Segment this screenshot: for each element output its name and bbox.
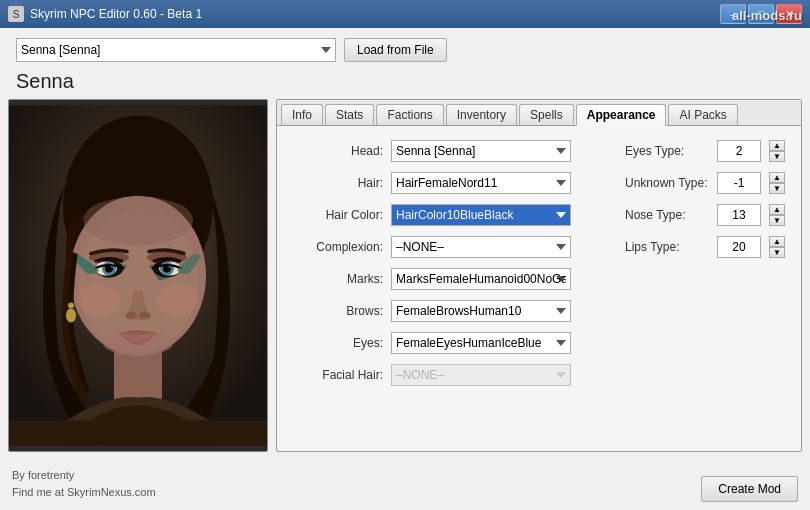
eyes-label: Eyes: — [293, 336, 383, 350]
lips-type-input[interactable] — [717, 236, 761, 258]
facial-hair-label: Facial Hair: — [293, 368, 383, 382]
eyes-row: Eyes: FemaleEyesHumanIceBlue — [293, 332, 625, 354]
unknown-type-spinner: ▲ ▼ — [769, 172, 785, 194]
content-area: Info Stats Factions Inventory Spells App… — [0, 99, 810, 460]
unknown-type-row: Unknown Type: ▲ ▼ — [625, 172, 785, 194]
nose-type-down[interactable]: ▼ — [769, 215, 785, 226]
top-bar: Senna [Senna] Load from File — [0, 28, 810, 68]
tab-info[interactable]: Info — [281, 104, 323, 125]
eyes-type-label: Eyes Type: — [625, 144, 709, 158]
brows-label: Brows: — [293, 304, 383, 318]
eyes-type-input[interactable] — [717, 140, 761, 162]
brows-select[interactable]: FemaleBrowsHuman10 — [391, 300, 571, 322]
marks-label: Marks: — [293, 272, 383, 286]
main-window: Senna [Senna] Load from File Senna — [0, 28, 810, 510]
lips-type-label: Lips Type: — [625, 240, 709, 254]
lips-type-spinner: ▲ ▼ — [769, 236, 785, 258]
eyes-select[interactable]: FemaleEyesHumanIceBlue — [391, 332, 571, 354]
tab-appearance[interactable]: Appearance — [576, 104, 667, 126]
svg-point-25 — [103, 332, 173, 356]
unknown-type-label: Unknown Type: — [625, 176, 709, 190]
footer: By foretrenty Find me at SkyrimNexus.com… — [0, 460, 810, 510]
svg-point-23 — [66, 309, 76, 323]
hair-color-label: Hair Color: — [293, 208, 383, 222]
tab-spells[interactable]: Spells — [519, 104, 574, 125]
lips-type-row: Lips Type: ▲ ▼ — [625, 236, 785, 258]
appearance-right: Eyes Type: ▲ ▼ Unknown Type: — [625, 140, 785, 396]
svg-rect-26 — [9, 421, 267, 446]
tab-stats[interactable]: Stats — [325, 104, 374, 125]
brows-row: Brows: FemaleBrowsHuman10 — [293, 300, 625, 322]
tab-factions[interactable]: Factions — [376, 104, 443, 125]
footer-line2: Find me at SkyrimNexus.com — [12, 484, 156, 502]
svg-point-22 — [155, 285, 199, 317]
title-bar-text: Skyrim NPC Editor 0.60 - Beta 1 — [30, 7, 720, 21]
marks-row: Marks: MarksFemaleHumanoid00NoGasl — [293, 268, 625, 290]
right-panel: Info Stats Factions Inventory Spells App… — [276, 99, 802, 452]
tab-ai-packs[interactable]: AI Packs — [668, 104, 737, 125]
nose-type-up[interactable]: ▲ — [769, 204, 785, 215]
unknown-type-up[interactable]: ▲ — [769, 172, 785, 183]
svg-point-20 — [139, 312, 151, 320]
head-label: Head: — [293, 144, 383, 158]
create-mod-button[interactable]: Create Mod — [701, 476, 798, 502]
nose-type-label: Nose Type: — [625, 208, 709, 222]
title-bar: S Skyrim NPC Editor 0.60 - Beta 1 – □ ✕ … — [0, 0, 810, 28]
head-select[interactable]: Senna [Senna] — [391, 140, 571, 162]
complexion-select[interactable]: –NONE– — [391, 236, 571, 258]
hair-color-row: Hair Color: HairColor10BlueBlack — [293, 204, 625, 226]
load-from-file-button[interactable]: Load from File — [344, 38, 447, 62]
svg-point-21 — [77, 285, 121, 317]
unknown-type-down[interactable]: ▼ — [769, 183, 785, 194]
watermark: all-mods.ru — [732, 8, 802, 23]
npc-name: Senna — [0, 68, 810, 99]
eyes-type-row: Eyes Type: ▲ ▼ — [625, 140, 785, 162]
svg-point-6 — [83, 196, 193, 246]
svg-point-19 — [125, 312, 137, 320]
eyes-type-up[interactable]: ▲ — [769, 140, 785, 151]
svg-point-24 — [68, 303, 74, 309]
facial-hair-select[interactable]: –NONE– — [391, 364, 571, 386]
appearance-grid: Head: Senna [Senna] Hair: HairFemaleNord… — [293, 140, 785, 396]
nose-type-spinner: ▲ ▼ — [769, 204, 785, 226]
head-row: Head: Senna [Senna] — [293, 140, 625, 162]
portrait-svg — [9, 100, 267, 451]
appearance-left: Head: Senna [Senna] Hair: HairFemaleNord… — [293, 140, 625, 396]
lips-type-up[interactable]: ▲ — [769, 236, 785, 247]
eyes-type-down[interactable]: ▼ — [769, 151, 785, 162]
lips-type-down[interactable]: ▼ — [769, 247, 785, 258]
appearance-tab-content: Head: Senna [Senna] Hair: HairFemaleNord… — [277, 126, 801, 451]
nose-type-row: Nose Type: ▲ ▼ — [625, 204, 785, 226]
tab-bar: Info Stats Factions Inventory Spells App… — [277, 100, 801, 126]
hair-label: Hair: — [293, 176, 383, 190]
tab-inventory[interactable]: Inventory — [446, 104, 517, 125]
eyes-type-spinner: ▲ ▼ — [769, 140, 785, 162]
complexion-row: Complexion: –NONE– — [293, 236, 625, 258]
hair-row: Hair: HairFemaleNord11 — [293, 172, 625, 194]
facial-hair-row: Facial Hair: –NONE– — [293, 364, 625, 386]
hair-color-select[interactable]: HairColor10BlueBlack — [391, 204, 571, 226]
complexion-label: Complexion: — [293, 240, 383, 254]
unknown-type-input[interactable] — [717, 172, 761, 194]
hair-select[interactable]: HairFemaleNord11 — [391, 172, 571, 194]
nose-type-input[interactable] — [717, 204, 761, 226]
npc-dropdown[interactable]: Senna [Senna] — [16, 38, 336, 62]
portrait-area — [8, 99, 268, 452]
footer-line1: By foretrenty — [12, 467, 156, 485]
app-icon: S — [8, 6, 24, 22]
footer-text: By foretrenty Find me at SkyrimNexus.com — [12, 467, 156, 502]
marks-select[interactable]: MarksFemaleHumanoid00NoGasl — [391, 268, 571, 290]
